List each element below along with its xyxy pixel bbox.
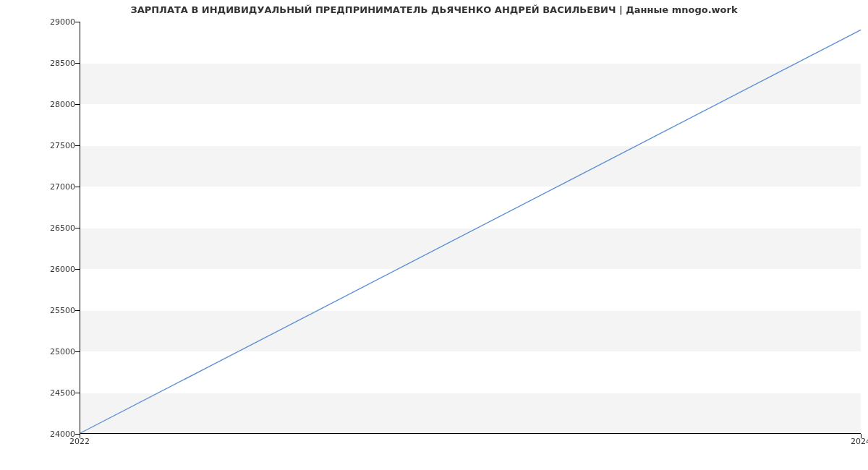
x-tick-mark [80, 434, 80, 438]
y-tick-label: 27500 [17, 141, 75, 150]
y-tick-label: 24000 [17, 430, 75, 439]
y-tick-mark [75, 22, 80, 22]
chart-title: ЗАРПЛАТА В ИНДИВИДУАЛЬНЫЙ ПРЕДПРИНИМАТЕЛ… [0, 4, 868, 15]
y-tick-label: 24500 [17, 388, 75, 398]
data-line [80, 30, 861, 433]
x-tick-label: 2024 [851, 437, 868, 446]
y-tick-mark [75, 393, 80, 393]
y-tick-mark [75, 104, 80, 105]
chart-container: ЗАРПЛАТА В ИНДИВИДУАЛЬНЫЙ ПРЕДПРИНИМАТЕЛ… [0, 0, 868, 470]
x-tick-mark [861, 434, 861, 438]
line-series [80, 22, 861, 433]
y-tick-mark [75, 351, 80, 352]
y-tick-label: 26000 [17, 265, 75, 274]
y-tick-mark [75, 187, 80, 187]
y-tick-mark [75, 145, 80, 146]
y-tick-label: 25000 [17, 347, 75, 356]
y-tick-label: 28500 [17, 59, 75, 68]
plot-area [80, 22, 861, 434]
y-tick-label: 28000 [17, 100, 75, 109]
y-tick-label: 27000 [17, 182, 75, 192]
y-tick-mark [75, 63, 80, 64]
y-grid-line [80, 434, 861, 435]
y-tick-mark [75, 228, 80, 228]
y-tick-mark [75, 269, 80, 270]
y-tick-label: 25500 [17, 306, 75, 315]
y-tick-label: 29000 [17, 17, 75, 27]
y-tick-mark [75, 310, 80, 311]
y-tick-label: 26500 [17, 223, 75, 233]
